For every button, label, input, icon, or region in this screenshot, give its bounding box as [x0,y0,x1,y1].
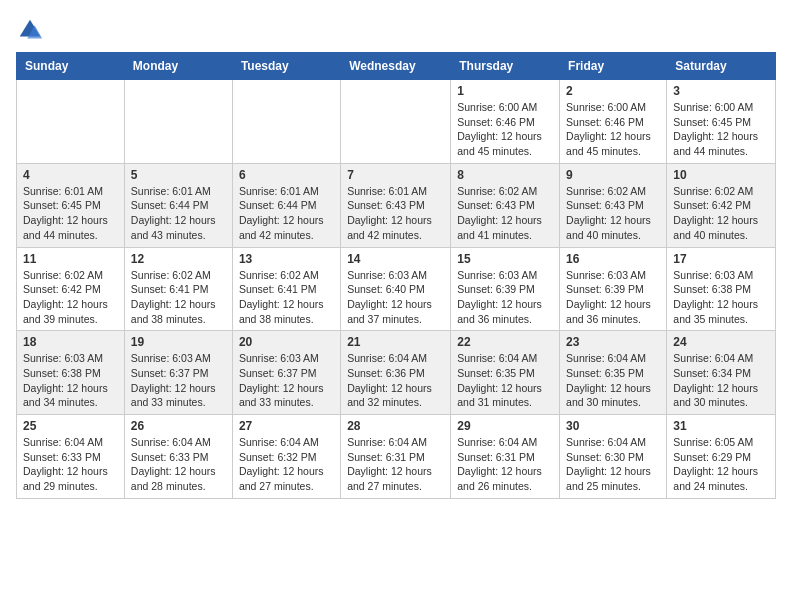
day-info: Sunrise: 6:02 AM Sunset: 6:42 PM Dayligh… [673,184,769,243]
day-number: 17 [673,252,769,266]
day-cell: 16Sunrise: 6:03 AM Sunset: 6:39 PM Dayli… [560,247,667,331]
day-info: Sunrise: 6:04 AM Sunset: 6:35 PM Dayligh… [457,351,553,410]
day-cell: 31Sunrise: 6:05 AM Sunset: 6:29 PM Dayli… [667,415,776,499]
week-row-2: 4Sunrise: 6:01 AM Sunset: 6:45 PM Daylig… [17,163,776,247]
day-info: Sunrise: 6:02 AM Sunset: 6:43 PM Dayligh… [566,184,660,243]
day-cell: 12Sunrise: 6:02 AM Sunset: 6:41 PM Dayli… [124,247,232,331]
day-info: Sunrise: 6:03 AM Sunset: 6:39 PM Dayligh… [457,268,553,327]
day-info: Sunrise: 6:05 AM Sunset: 6:29 PM Dayligh… [673,435,769,494]
day-info: Sunrise: 6:03 AM Sunset: 6:38 PM Dayligh… [23,351,118,410]
calendar-table: SundayMondayTuesdayWednesdayThursdayFrid… [16,52,776,499]
day-cell: 27Sunrise: 6:04 AM Sunset: 6:32 PM Dayli… [232,415,340,499]
day-number: 24 [673,335,769,349]
day-cell: 3Sunrise: 6:00 AM Sunset: 6:45 PM Daylig… [667,80,776,164]
day-number: 21 [347,335,444,349]
day-cell: 11Sunrise: 6:02 AM Sunset: 6:42 PM Dayli… [17,247,125,331]
day-number: 2 [566,84,660,98]
day-cell [17,80,125,164]
day-number: 1 [457,84,553,98]
day-cell: 28Sunrise: 6:04 AM Sunset: 6:31 PM Dayli… [341,415,451,499]
day-cell: 10Sunrise: 6:02 AM Sunset: 6:42 PM Dayli… [667,163,776,247]
day-cell: 20Sunrise: 6:03 AM Sunset: 6:37 PM Dayli… [232,331,340,415]
day-number: 31 [673,419,769,433]
day-info: Sunrise: 6:01 AM Sunset: 6:43 PM Dayligh… [347,184,444,243]
day-cell [341,80,451,164]
day-number: 18 [23,335,118,349]
header-tuesday: Tuesday [232,53,340,80]
day-number: 12 [131,252,226,266]
day-cell: 23Sunrise: 6:04 AM Sunset: 6:35 PM Dayli… [560,331,667,415]
day-number: 3 [673,84,769,98]
day-info: Sunrise: 6:00 AM Sunset: 6:46 PM Dayligh… [457,100,553,159]
day-info: Sunrise: 6:04 AM Sunset: 6:33 PM Dayligh… [131,435,226,494]
day-cell: 21Sunrise: 6:04 AM Sunset: 6:36 PM Dayli… [341,331,451,415]
week-row-5: 25Sunrise: 6:04 AM Sunset: 6:33 PM Dayli… [17,415,776,499]
day-info: Sunrise: 6:04 AM Sunset: 6:33 PM Dayligh… [23,435,118,494]
day-number: 30 [566,419,660,433]
day-info: Sunrise: 6:03 AM Sunset: 6:38 PM Dayligh… [673,268,769,327]
day-info: Sunrise: 6:01 AM Sunset: 6:44 PM Dayligh… [131,184,226,243]
day-number: 4 [23,168,118,182]
day-number: 13 [239,252,334,266]
day-cell: 22Sunrise: 6:04 AM Sunset: 6:35 PM Dayli… [451,331,560,415]
day-cell: 5Sunrise: 6:01 AM Sunset: 6:44 PM Daylig… [124,163,232,247]
week-row-1: 1Sunrise: 6:00 AM Sunset: 6:46 PM Daylig… [17,80,776,164]
day-number: 7 [347,168,444,182]
day-number: 11 [23,252,118,266]
day-cell: 14Sunrise: 6:03 AM Sunset: 6:40 PM Dayli… [341,247,451,331]
day-info: Sunrise: 6:04 AM Sunset: 6:30 PM Dayligh… [566,435,660,494]
day-cell: 26Sunrise: 6:04 AM Sunset: 6:33 PM Dayli… [124,415,232,499]
day-number: 16 [566,252,660,266]
day-info: Sunrise: 6:03 AM Sunset: 6:39 PM Dayligh… [566,268,660,327]
day-info: Sunrise: 6:01 AM Sunset: 6:44 PM Dayligh… [239,184,334,243]
day-cell: 18Sunrise: 6:03 AM Sunset: 6:38 PM Dayli… [17,331,125,415]
day-number: 29 [457,419,553,433]
day-cell: 1Sunrise: 6:00 AM Sunset: 6:46 PM Daylig… [451,80,560,164]
day-cell: 13Sunrise: 6:02 AM Sunset: 6:41 PM Dayli… [232,247,340,331]
day-number: 25 [23,419,118,433]
day-number: 27 [239,419,334,433]
day-number: 22 [457,335,553,349]
day-number: 26 [131,419,226,433]
day-number: 6 [239,168,334,182]
day-cell [124,80,232,164]
day-cell: 15Sunrise: 6:03 AM Sunset: 6:39 PM Dayli… [451,247,560,331]
day-info: Sunrise: 6:00 AM Sunset: 6:45 PM Dayligh… [673,100,769,159]
day-number: 15 [457,252,553,266]
day-info: Sunrise: 6:03 AM Sunset: 6:37 PM Dayligh… [239,351,334,410]
header-sunday: Sunday [17,53,125,80]
day-info: Sunrise: 6:02 AM Sunset: 6:41 PM Dayligh… [131,268,226,327]
day-cell: 9Sunrise: 6:02 AM Sunset: 6:43 PM Daylig… [560,163,667,247]
week-row-4: 18Sunrise: 6:03 AM Sunset: 6:38 PM Dayli… [17,331,776,415]
day-cell: 17Sunrise: 6:03 AM Sunset: 6:38 PM Dayli… [667,247,776,331]
header-row: SundayMondayTuesdayWednesdayThursdayFrid… [17,53,776,80]
week-row-3: 11Sunrise: 6:02 AM Sunset: 6:42 PM Dayli… [17,247,776,331]
day-number: 10 [673,168,769,182]
logo-icon [16,16,44,44]
header-wednesday: Wednesday [341,53,451,80]
day-info: Sunrise: 6:03 AM Sunset: 6:40 PM Dayligh… [347,268,444,327]
day-info: Sunrise: 6:00 AM Sunset: 6:46 PM Dayligh… [566,100,660,159]
day-cell: 4Sunrise: 6:01 AM Sunset: 6:45 PM Daylig… [17,163,125,247]
header-thursday: Thursday [451,53,560,80]
day-info: Sunrise: 6:02 AM Sunset: 6:43 PM Dayligh… [457,184,553,243]
day-number: 19 [131,335,226,349]
day-cell: 8Sunrise: 6:02 AM Sunset: 6:43 PM Daylig… [451,163,560,247]
day-number: 5 [131,168,226,182]
day-info: Sunrise: 6:04 AM Sunset: 6:32 PM Dayligh… [239,435,334,494]
day-number: 9 [566,168,660,182]
day-info: Sunrise: 6:04 AM Sunset: 6:31 PM Dayligh… [457,435,553,494]
day-info: Sunrise: 6:02 AM Sunset: 6:42 PM Dayligh… [23,268,118,327]
day-info: Sunrise: 6:01 AM Sunset: 6:45 PM Dayligh… [23,184,118,243]
day-cell: 6Sunrise: 6:01 AM Sunset: 6:44 PM Daylig… [232,163,340,247]
day-number: 28 [347,419,444,433]
header-saturday: Saturday [667,53,776,80]
day-info: Sunrise: 6:04 AM Sunset: 6:34 PM Dayligh… [673,351,769,410]
day-cell: 7Sunrise: 6:01 AM Sunset: 6:43 PM Daylig… [341,163,451,247]
day-cell: 2Sunrise: 6:00 AM Sunset: 6:46 PM Daylig… [560,80,667,164]
day-number: 8 [457,168,553,182]
day-info: Sunrise: 6:02 AM Sunset: 6:41 PM Dayligh… [239,268,334,327]
header-monday: Monday [124,53,232,80]
day-info: Sunrise: 6:04 AM Sunset: 6:36 PM Dayligh… [347,351,444,410]
logo [16,16,46,44]
